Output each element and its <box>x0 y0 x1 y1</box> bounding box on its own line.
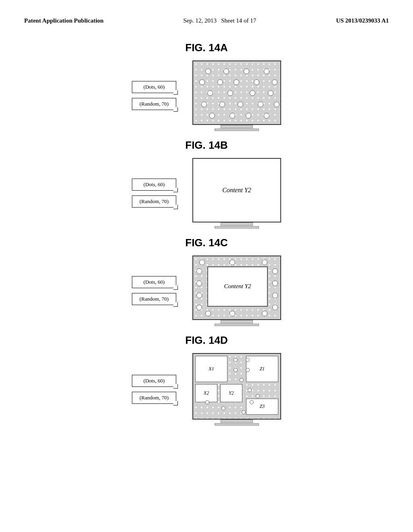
panel-z3-label: Z3 <box>260 403 265 409</box>
legend-dots-60: (Dots, 60) <box>132 81 176 93</box>
figure-14b-legend: (Dots, 60) (Random, 70) <box>132 179 176 208</box>
figure-14d-legend: (Dots, 60) (Random, 70) <box>132 375 176 404</box>
legend-random-70-c: (Random, 70) <box>132 293 176 305</box>
publication-title: Patent Application Publication <box>24 16 104 25</box>
figure-14c-legend: (Dots, 60) (Random, 70) <box>132 276 176 305</box>
tv-stand-base-14d <box>215 423 259 426</box>
page-header: Patent Application Publication Sep. 12, … <box>0 0 413 33</box>
figure-14c-row: (Dots, 60) (Random, 70) Content Y2 <box>132 256 281 326</box>
tv-stand-base-14a <box>215 129 259 131</box>
figure-14b-title: FIG. 14B <box>185 139 227 152</box>
tv-stand-bar-14b <box>221 222 253 226</box>
tv-stand-base-14b <box>215 226 259 229</box>
publication-date-sheet: Sep. 12, 2013 Sheet 14 of 17 <box>184 16 257 25</box>
panel-y2: Y2 <box>220 384 242 402</box>
tv-stand-base-14c <box>215 324 259 326</box>
legend-random-70-b: (Random, 70) <box>132 195 176 208</box>
figure-14a-tv <box>192 60 281 131</box>
figure-14b-tv: Content Y2 <box>192 158 281 229</box>
figure-14d-title: FIG. 14D <box>185 334 227 347</box>
panel-y2-label: Y2 <box>229 390 234 396</box>
figure-14b: FIG. 14B (Dots, 60) (Random, 70) Content… <box>24 139 389 229</box>
figure-14d: FIG. 14D (Dots, 60) (Random, 70) X1 Z1 <box>24 334 389 426</box>
figure-14c-tv: Content Y2 <box>192 256 281 326</box>
figure-14c-title: FIG. 14C <box>185 237 227 249</box>
panel-x1-label: X1 <box>209 366 214 372</box>
tv-screen-14c: Content Y2 <box>192 256 281 320</box>
figure-14a: FIG. 14A (Dots, 60) (Random, 70) <box>24 42 389 131</box>
content-y2-label-b: Content Y2 <box>222 187 251 194</box>
panel-z1: Z1 <box>246 356 278 382</box>
legend-dots-60-b: (Dots, 60) <box>132 179 176 191</box>
panel-x2: X2 <box>195 384 217 402</box>
main-content: FIG. 14A (Dots, 60) (Random, 70) <box>0 33 413 438</box>
panel-x1: X1 <box>195 356 227 382</box>
figure-14a-title: FIG. 14A <box>185 42 227 54</box>
figure-14d-row: (Dots, 60) (Random, 70) X1 Z1 X2 <box>132 353 281 426</box>
content-y2-label-c: Content Y2 <box>207 266 268 307</box>
tv-stand-bar-14a <box>221 125 253 128</box>
figure-14d-tv: X1 Z1 X2 Y2 Z3 <box>192 353 281 426</box>
legend-dots-60-d: (Dots, 60) <box>132 375 176 387</box>
figure-14a-row: (Dots, 60) (Random, 70) <box>132 60 281 131</box>
figure-14a-legend: (Dots, 60) (Random, 70) <box>132 81 176 110</box>
legend-random-70-d: (Random, 70) <box>132 392 176 404</box>
panel-z1-label: Z1 <box>260 366 265 372</box>
legend-random-70: (Random, 70) <box>132 98 176 110</box>
patent-number: US 2013/0239033 A1 <box>336 16 389 25</box>
tv-screen-14b: Content Y2 <box>192 158 281 222</box>
figure-14c: FIG. 14C (Dots, 60) (Random, 70) Content… <box>24 237 389 326</box>
tv-stand-bar-14d <box>221 420 253 423</box>
tv-screen-14a <box>192 60 281 125</box>
legend-dots-60-c: (Dots, 60) <box>132 276 176 288</box>
tv-stand-bar-14c <box>221 320 253 323</box>
figure-14b-row: (Dots, 60) (Random, 70) Content Y2 <box>132 158 281 229</box>
panel-x2-label: X2 <box>204 390 209 396</box>
tv-screen-14d: X1 Z1 X2 Y2 Z3 <box>192 353 281 420</box>
